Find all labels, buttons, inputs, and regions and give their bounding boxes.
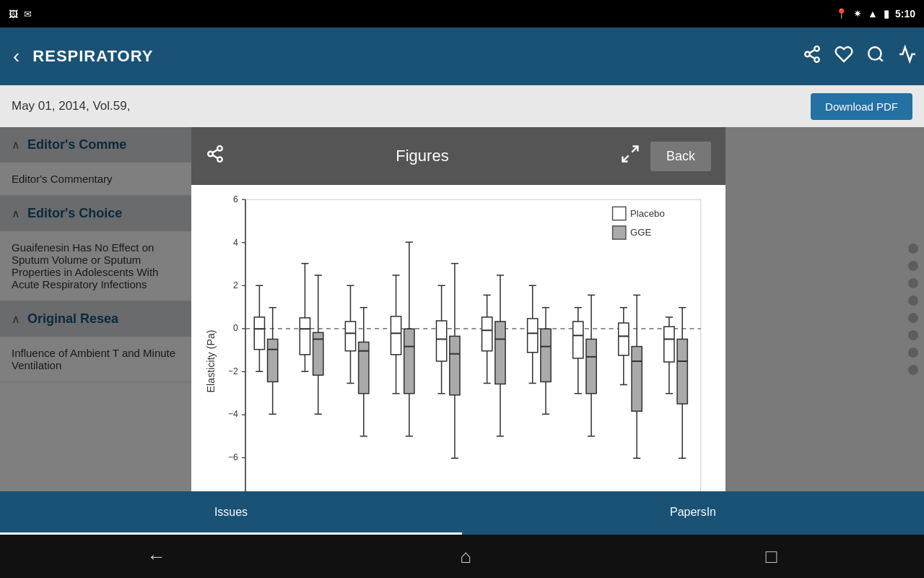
svg-rect-44 xyxy=(268,339,278,381)
modal-back-button[interactable]: Back xyxy=(650,142,711,171)
expand-icon[interactable] xyxy=(620,144,640,168)
search-icon[interactable] xyxy=(866,45,885,68)
svg-line-3 xyxy=(809,56,814,59)
tab-papersin-label: PapersIn xyxy=(670,506,716,519)
svg-point-8 xyxy=(208,152,213,157)
svg-rect-64 xyxy=(359,342,369,393)
svg-text:4: 4 xyxy=(233,238,238,248)
status-bar-right: 📍 ✴ ▲ ▮ 5:10 xyxy=(835,8,915,20)
battery-icon: ▮ xyxy=(884,8,889,20)
svg-line-10 xyxy=(212,155,217,158)
svg-text:2: 2 xyxy=(233,280,238,290)
svg-point-7 xyxy=(217,146,222,151)
content-area: ∧ Editor's Comme Editor's Commentary ∧ E… xyxy=(0,127,924,491)
location-icon: 📍 xyxy=(835,8,847,20)
svg-rect-59 xyxy=(345,322,355,351)
y-axis-label: Elasticity (Pa) xyxy=(205,329,217,392)
nav-home-button[interactable]: ⌂ xyxy=(460,545,471,568)
svg-point-9 xyxy=(217,157,222,162)
tab-issues[interactable]: Issues xyxy=(0,491,462,535)
svg-rect-39 xyxy=(254,317,264,350)
mail-icon: ✉ xyxy=(24,9,32,20)
wifi-icon: ▲ xyxy=(868,8,878,20)
svg-rect-114 xyxy=(586,339,596,393)
svg-text:GGE: GGE xyxy=(630,227,652,238)
svg-rect-109 xyxy=(573,322,583,358)
svg-rect-49 xyxy=(300,318,310,355)
nav-icon-group xyxy=(803,45,917,68)
svg-point-0 xyxy=(814,46,819,51)
svg-rect-89 xyxy=(482,317,492,351)
svg-text:−6: −6 xyxy=(228,452,238,462)
secondary-bar: May 01, 2014, Vol.59, Download PDF xyxy=(0,85,924,127)
svg-rect-74 xyxy=(404,329,414,394)
svg-rect-36 xyxy=(613,226,626,239)
modal-header-right: Back xyxy=(620,142,711,171)
svg-rect-84 xyxy=(450,336,460,394)
bottom-tabs: Issues PapersIn xyxy=(0,491,924,535)
svg-text:−2: −2 xyxy=(228,366,238,376)
svg-rect-79 xyxy=(436,321,446,361)
svg-rect-104 xyxy=(541,329,551,381)
svg-rect-134 xyxy=(677,339,687,404)
svg-rect-99 xyxy=(528,319,538,353)
share-icon[interactable] xyxy=(803,45,821,68)
modal-header: Figures Back xyxy=(191,127,725,185)
svg-line-13 xyxy=(622,155,628,161)
svg-line-6 xyxy=(879,58,883,61)
svg-point-5 xyxy=(868,47,881,59)
modal-share-icon[interactable] xyxy=(206,144,225,168)
svg-point-2 xyxy=(814,57,819,62)
nav-back-button[interactable]: ‹ xyxy=(7,39,25,74)
top-nav: ‹ RESPIRATORY xyxy=(0,27,924,85)
nav-recent-button[interactable]: □ xyxy=(766,545,777,568)
tab-papersin[interactable]: PapersIn xyxy=(462,491,924,535)
svg-text:−4: −4 xyxy=(228,409,238,419)
svg-rect-34 xyxy=(613,207,626,220)
bluetooth-icon: ✴ xyxy=(853,8,862,20)
clock: 5:10 xyxy=(895,8,915,20)
modal-overlay: Figures Back Elasticity (Pa) xyxy=(0,127,924,491)
svg-rect-124 xyxy=(632,347,642,412)
favorite-icon[interactable] xyxy=(834,45,853,68)
svg-line-11 xyxy=(212,150,217,152)
bottom-nav: ← ⌂ □ xyxy=(0,535,924,578)
nav-back-button[interactable]: ← xyxy=(147,545,166,568)
modal-title: Figures xyxy=(396,147,448,165)
tab-issues-label: Issues xyxy=(214,506,248,519)
svg-point-1 xyxy=(805,52,810,57)
figures-modal: Figures Back Elasticity (Pa) xyxy=(191,127,725,491)
svg-rect-69 xyxy=(391,316,401,355)
svg-rect-94 xyxy=(495,322,505,384)
modal-chart-area: Elasticity (Pa) 6 4 2 xyxy=(191,185,725,491)
photo-icon: 🖼 xyxy=(9,9,18,20)
box-plot-chart: Elasticity (Pa) 6 4 2 xyxy=(201,192,715,491)
issue-date: May 01, 2014, Vol.59, xyxy=(12,99,130,113)
download-pdf-button[interactable]: Download PDF xyxy=(811,93,912,120)
svg-rect-119 xyxy=(619,323,629,355)
svg-text:6: 6 xyxy=(233,194,238,204)
status-bar: 🖼 ✉ 📍 ✴ ▲ ▮ 5:10 xyxy=(0,0,924,27)
svg-text:0: 0 xyxy=(233,323,238,333)
app-container: ‹ RESPIRATORY May 01, 2014, Vol.59, Down… xyxy=(0,27,924,578)
svg-rect-129 xyxy=(664,327,674,362)
app-logo: RESPIRATORY xyxy=(32,47,796,66)
svg-line-12 xyxy=(632,147,637,152)
svg-text:Placebo: Placebo xyxy=(630,208,665,219)
svg-line-4 xyxy=(809,50,814,53)
status-bar-left: 🖼 ✉ xyxy=(9,9,32,20)
chart-icon[interactable] xyxy=(898,45,917,68)
